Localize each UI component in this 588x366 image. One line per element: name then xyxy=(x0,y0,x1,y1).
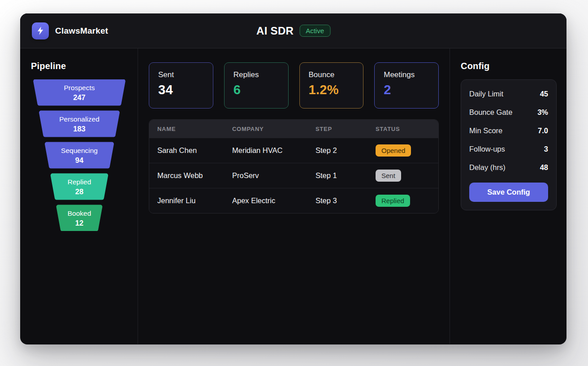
table-row[interactable]: Sarah Chen Meridian HVAC Step 2 Opened xyxy=(149,138,438,163)
pipeline-heading: Pipeline xyxy=(31,61,128,71)
brand: ClawsMarket xyxy=(32,22,108,39)
leads-table: NAME COMPANY STEP STATUS Sarah Chen Meri… xyxy=(149,119,439,214)
stat-card: Bounce 1.2% xyxy=(299,62,364,109)
config-value: 3% xyxy=(537,108,548,117)
config-label: Min Score xyxy=(469,126,502,135)
status-pill: Opened xyxy=(376,144,411,157)
cell-status: Replied xyxy=(376,195,438,207)
config-heading: Config xyxy=(461,61,557,71)
pipeline-panel: Pipeline Prospects247Personalized183Sequ… xyxy=(20,48,138,344)
cell-step: Step 1 xyxy=(316,171,376,180)
stat-value: 1.2% xyxy=(309,83,355,97)
stat-label: Bounce xyxy=(309,70,355,79)
stat-value: 34 xyxy=(158,83,204,97)
column-header-status: STATUS xyxy=(376,126,438,132)
config-card: Daily Limit 45 Bounce Gate 3% Min Score … xyxy=(461,79,557,210)
app-window: ClawsMarket AI SDR Active Pipeline Prosp… xyxy=(20,13,566,344)
config-label: Delay (hrs) xyxy=(469,163,506,172)
funnel-stage-value: 28 xyxy=(75,187,83,196)
config-row: Daily Limit 45 xyxy=(469,90,548,98)
config-label: Daily Limit xyxy=(469,90,503,98)
config-value: 45 xyxy=(540,90,548,98)
cell-company: ProServ xyxy=(232,171,316,180)
status-pill: Replied xyxy=(376,195,410,207)
cell-company: Meridian HVAC xyxy=(232,146,316,155)
funnel-stage-value: 247 xyxy=(73,93,86,101)
brand-name: ClawsMarket xyxy=(55,26,108,36)
stat-value: 2 xyxy=(384,83,429,97)
stat-label: Sent xyxy=(158,70,204,79)
config-value: 48 xyxy=(540,163,548,172)
config-row: Bounce Gate 3% xyxy=(469,108,548,117)
stats-grid: Sent 34 Replies 6 Bounce 1.2% Meeti xyxy=(149,62,439,109)
config-row: Follow-ups 3 xyxy=(469,145,548,153)
stat-card: Sent 34 xyxy=(149,62,213,109)
config-value: 7.0 xyxy=(538,126,548,135)
lightning-bolt-icon xyxy=(32,22,49,39)
cell-status: Opened xyxy=(376,144,438,157)
page-title: AI SDR xyxy=(256,25,294,37)
cell-status: Sent xyxy=(376,170,438,182)
column-header-company: COMPANY xyxy=(232,126,316,132)
table-row[interactable]: Marcus Webb ProServ Step 1 Sent xyxy=(149,163,438,188)
cell-name: Marcus Webb xyxy=(157,171,232,180)
stat-label: Meetings xyxy=(384,70,429,79)
funnel-stage-label: Booked xyxy=(68,209,91,217)
save-config-button[interactable]: Save Config xyxy=(469,183,548,202)
funnel-stage-value: 183 xyxy=(73,125,86,133)
funnel-stage-label: Personalized xyxy=(59,115,99,123)
column-header-step: STEP xyxy=(316,126,376,132)
column-header-name: NAME xyxy=(157,126,232,132)
cell-name: Jennifer Liu xyxy=(157,196,232,205)
funnel-stage-label: Replied xyxy=(68,178,91,186)
stat-card: Replies 6 xyxy=(224,62,289,109)
funnel-stage-value: 12 xyxy=(75,219,83,227)
config-label: Follow-ups xyxy=(469,145,505,153)
stat-value: 6 xyxy=(233,83,279,97)
main-panel: Sent 34 Replies 6 Bounce 1.2% Meeti xyxy=(138,48,450,344)
cell-company: Apex Electric xyxy=(232,196,316,205)
status-pill: Sent xyxy=(376,170,401,182)
cell-step: Step 3 xyxy=(316,196,376,205)
config-panel: Config Daily Limit 45 Bounce Gate 3% Min… xyxy=(450,48,566,344)
title-group: AI SDR Active xyxy=(256,25,330,37)
config-row: Min Score 7.0 xyxy=(469,126,548,135)
config-label: Bounce Gate xyxy=(469,108,512,117)
header: ClawsMarket AI SDR Active xyxy=(20,13,566,48)
table-row[interactable]: Jennifer Liu Apex Electric Step 3 Replie… xyxy=(149,188,438,213)
funnel-stage-label: Prospects xyxy=(64,84,95,92)
funnel-stage-label: Sequencing xyxy=(61,147,98,154)
stat-card: Meetings 2 xyxy=(374,62,439,109)
stat-label: Replies xyxy=(233,70,279,79)
table-header-row: NAME COMPANY STEP STATUS xyxy=(149,120,438,138)
config-row: Delay (hrs) 48 xyxy=(469,163,548,172)
cell-name: Sarah Chen xyxy=(157,146,232,155)
config-value: 3 xyxy=(544,145,548,153)
pipeline-funnel-chart: Prospects247Personalized183Sequencing94R… xyxy=(31,79,128,233)
cell-step: Step 2 xyxy=(316,146,376,155)
table-body: Sarah Chen Meridian HVAC Step 2 Opened M… xyxy=(149,138,438,213)
status-badge: Active xyxy=(299,25,330,37)
funnel-stage-value: 94 xyxy=(75,156,84,164)
